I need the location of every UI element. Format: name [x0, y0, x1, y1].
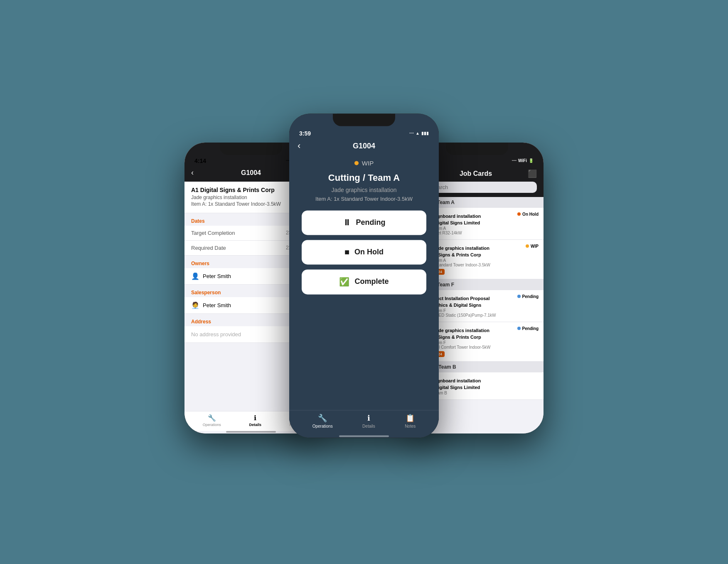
complete-icon: ✅ [339, 277, 349, 287]
center-details-icon: ℹ [367, 414, 370, 423]
complete-label: Complete [354, 277, 389, 286]
left-operations-label: Operations [203, 423, 221, 427]
on-hold-label: On Hold [354, 248, 384, 256]
g1005-title: Duct Installation Proposal [433, 296, 490, 301]
g1004-status-badge: WIP [526, 244, 539, 249]
left-home-bar [226, 431, 276, 433]
center-tab-notes[interactable]: 📋 Notes [405, 414, 416, 429]
center-phone: 3:59 ···· ▲ ▮▮▮ ‹ G1004 WIP [289, 113, 439, 438]
on-hold-icon: ■ [344, 247, 349, 257]
g1003-title: signboard installation [433, 214, 481, 219]
center-notes-icon: 📋 [406, 414, 415, 423]
center-notes-label: Notes [405, 424, 416, 429]
left-back-button[interactable]: ‹ [191, 168, 194, 177]
g1004f-status-dot [517, 327, 521, 330]
left-status-time: 4:14 [194, 158, 206, 164]
required-date-label: Required Date [191, 245, 226, 251]
center-signal-icon: ···· [409, 131, 414, 135]
g1004-status-label: WIP [531, 244, 539, 249]
center-status-bar: 3:59 ···· ▲ ▮▮▮ [289, 113, 439, 138]
left-details-label: Details [249, 423, 261, 427]
center-phone-screen: 3:59 ···· ▲ ▮▮▮ ‹ G1004 WIP [289, 113, 439, 438]
right-nav-title: Job Cards [460, 170, 492, 177]
owner-user-icon: 👤 [191, 272, 199, 280]
pending-button[interactable]: ⏸ Pending [302, 210, 426, 235]
right-signal-icon: ···· [512, 158, 516, 163]
left-operations-icon: 🔧 [208, 414, 216, 422]
task-item: Item A: 1x Standard Tower Indoor-3.5kW [315, 196, 413, 202]
center-body: WIP Cutting / Team A Jade graphics insta… [289, 155, 439, 410]
center-battery-icon: ▮▮▮ [421, 131, 429, 135]
center-home-indicator [289, 435, 439, 438]
task-title: Cutting / Team A [328, 172, 400, 183]
g1004f-title: Jade graphics installation [433, 328, 489, 333]
center-back-button[interactable]: ‹ [298, 140, 300, 151]
center-details-label: Details [362, 424, 375, 429]
center-home-bar [339, 435, 389, 437]
on-hold-button[interactable]: ■ On Hold [302, 240, 426, 264]
wip-badge: WIP [354, 160, 374, 167]
g1004f-status-label: Pending [522, 326, 539, 331]
right-notch [450, 143, 504, 154]
right-wifi-icon: WiFi [518, 158, 527, 163]
center-status-time: 3:59 [299, 130, 311, 137]
g1005-status-badge: Pending [517, 294, 539, 299]
center-nav-title: G1004 [353, 142, 375, 150]
g1003-status-dot [517, 212, 521, 216]
salesperson-name: Peter Smith [203, 302, 231, 308]
left-nav-title: G1004 [241, 169, 261, 177]
center-operations-label: Operations [312, 424, 333, 429]
pending-label: Pending [356, 218, 386, 227]
center-status-icons: ···· ▲ ▮▮▮ [409, 131, 429, 135]
complete-button[interactable]: ✅ Complete [302, 269, 426, 294]
right-battery-icon: 🔋 [529, 158, 534, 163]
left-tab-operations[interactable]: 🔧 Operations [203, 414, 221, 427]
g1004-status-dot [526, 244, 529, 248]
center-operations-icon: 🔧 [318, 414, 327, 423]
task-subtitle: Jade graphics installation [331, 187, 396, 193]
g1003p-title: signboard installation [433, 378, 481, 383]
center-tab-bar: 🔧 Operations ℹ Details 📋 Notes [289, 410, 439, 435]
g1004f-status-badge: Pending [517, 326, 539, 331]
wip-label: WIP [362, 160, 374, 167]
right-status-icons: ···· WiFi 🔋 [512, 158, 534, 163]
g1003-status-badge: On Hold [517, 212, 539, 217]
left-tab-details[interactable]: ℹ Details [249, 414, 261, 427]
left-details-icon: ℹ [254, 414, 256, 422]
pending-icon: ⏸ [343, 218, 351, 227]
action-buttons: ⏸ Pending ■ On Hold ✅ Complete [298, 210, 430, 294]
center-phone-content: 3:59 ···· ▲ ▮▮▮ ‹ G1004 WIP [289, 113, 439, 438]
center-nav: ‹ G1004 [289, 138, 439, 155]
g1004-title: Jade graphics installation [433, 246, 489, 251]
filter-icon[interactable]: ⬛ [528, 169, 537, 178]
center-tab-details[interactable]: ℹ Details [362, 414, 375, 429]
owner-name: Peter Smith [203, 273, 231, 279]
wip-status-dot [354, 161, 359, 165]
g1003-status-label: On Hold [522, 212, 539, 217]
scene: 4:14 ···· WiFi 🔋 ‹ G1004 [0, 0, 728, 564]
salesperson-icon: 🧑‍💼 [191, 301, 199, 309]
left-notch [224, 143, 278, 154]
center-notch [337, 113, 391, 125]
g1005-status-dot [517, 295, 521, 298]
center-tab-operations[interactable]: 🔧 Operations [312, 414, 333, 429]
center-wifi-icon: ▲ [416, 131, 420, 135]
g1005-status-label: Pending [522, 294, 539, 299]
search-input[interactable] [431, 184, 532, 190]
target-completion-label: Target Completion [191, 230, 235, 236]
